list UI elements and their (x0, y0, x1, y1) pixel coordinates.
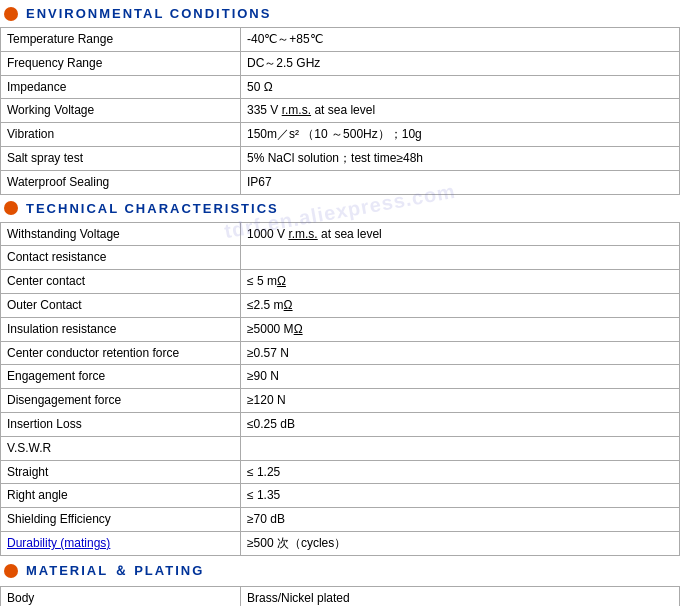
table-row: Insulation resistance≥5000 MΩ (1, 317, 680, 341)
row-label: Vibration (1, 123, 241, 147)
section-dot (4, 564, 18, 578)
table-row: Center contact≤ 5 mΩ (1, 270, 680, 294)
table-row: Straight≤ 1.25 (1, 460, 680, 484)
row-value: ≥0.57 N (241, 341, 680, 365)
row-label: Withstanding Voltage (1, 222, 241, 246)
row-label: Durability (matings) (1, 531, 241, 555)
table-environmental: Temperature Range-40℃～+85℃Frequency Rang… (0, 27, 680, 195)
row-value: 50 Ω (241, 75, 680, 99)
table-row: Durability (matings)≥500 次（cycles） (1, 531, 680, 555)
row-value: ≥120 N (241, 389, 680, 413)
row-value: ≤ 1.25 (241, 460, 680, 484)
section-header-environmental: ENVIRONMENTAL CONDITIONS (0, 0, 680, 27)
table-row: Disengagement force≥120 N (1, 389, 680, 413)
row-label: Temperature Range (1, 28, 241, 52)
row-value: ≤ 5 mΩ (241, 270, 680, 294)
row-label: V.S.W.R (1, 436, 241, 460)
row-value: IP67 (241, 170, 680, 194)
row-value: ≤2.5 mΩ (241, 293, 680, 317)
row-label: Disengagement force (1, 389, 241, 413)
table-row: Vibration150m／s² （10 ～500Hz）；10g (1, 123, 680, 147)
row-value: ≥90 N (241, 365, 680, 389)
row-value: -40℃～+85℃ (241, 28, 680, 52)
row-value: ≤ 1.35 (241, 484, 680, 508)
table-row: Engagement force≥90 N (1, 365, 680, 389)
table-row: Right angle≤ 1.35 (1, 484, 680, 508)
row-label: Working Voltage (1, 99, 241, 123)
row-label: Insulation resistance (1, 317, 241, 341)
row-label: Center contact (1, 270, 241, 294)
row-value (241, 436, 680, 460)
row-value: Brass/Nickel plated (241, 586, 680, 606)
table-row: Impedance50 Ω (1, 75, 680, 99)
table-row: Outer Contact≤2.5 mΩ (1, 293, 680, 317)
table-row: V.S.W.R (1, 436, 680, 460)
table-row: Shielding Efficiency≥70 dB (1, 508, 680, 532)
row-value: 335 V r.m.s. at sea level (241, 99, 680, 123)
table-row: Waterproof SealingIP67 (1, 170, 680, 194)
table-row: Salt spray test5% NaCl solution；test tim… (1, 146, 680, 170)
row-label: Right angle (1, 484, 241, 508)
row-label: Straight (1, 460, 241, 484)
table-row: Temperature Range-40℃～+85℃ (1, 28, 680, 52)
section-header-material: MATERIAL ＆ PLATING (0, 556, 680, 586)
row-label: Waterproof Sealing (1, 170, 241, 194)
row-label: Frequency Range (1, 51, 241, 75)
row-value: DC～2.5 GHz (241, 51, 680, 75)
row-value: ≥500 次（cycles） (241, 531, 680, 555)
row-label: Center conductor retention force (1, 341, 241, 365)
row-value: ≥5000 MΩ (241, 317, 680, 341)
row-label: Impedance (1, 75, 241, 99)
row-label: Salt spray test (1, 146, 241, 170)
row-label: Insertion Loss (1, 412, 241, 436)
row-label: Engagement force (1, 365, 241, 389)
row-label: Contact resistance (1, 246, 241, 270)
table-row: Center conductor retention force≥0.57 N (1, 341, 680, 365)
section-header-technical: TECHNICAL CHARACTERISTICS (0, 195, 680, 222)
row-value: 5% NaCl solution；test time≥48h (241, 146, 680, 170)
table-row: Insertion Loss≤0.25 dB (1, 412, 680, 436)
section-dot (4, 7, 18, 21)
section-title-environmental: ENVIRONMENTAL CONDITIONS (26, 6, 271, 21)
table-row: Working Voltage335 V r.m.s. at sea level (1, 99, 680, 123)
row-label: Body (1, 586, 241, 606)
table-row: Frequency RangeDC～2.5 GHz (1, 51, 680, 75)
row-value: 1000 V r.m.s. at sea level (241, 222, 680, 246)
section-title-technical: TECHNICAL CHARACTERISTICS (26, 201, 279, 216)
section-title-material: MATERIAL ＆ PLATING (26, 562, 204, 580)
row-value: ≤0.25 dB (241, 412, 680, 436)
row-value: 150m／s² （10 ～500Hz）；10g (241, 123, 680, 147)
table-row: Withstanding Voltage1000 V r.m.s. at sea… (1, 222, 680, 246)
table-technical: Withstanding Voltage1000 V r.m.s. at sea… (0, 222, 680, 556)
table-material: BodyBrass/Nickel platedPin contactBrass/… (0, 586, 680, 606)
section-dot (4, 201, 18, 215)
row-label: Shielding Efficiency (1, 508, 241, 532)
table-row: Contact resistance (1, 246, 680, 270)
table-row: BodyBrass/Nickel plated (1, 586, 680, 606)
row-label: Outer Contact (1, 293, 241, 317)
row-value: ≥70 dB (241, 508, 680, 532)
row-value (241, 246, 680, 270)
